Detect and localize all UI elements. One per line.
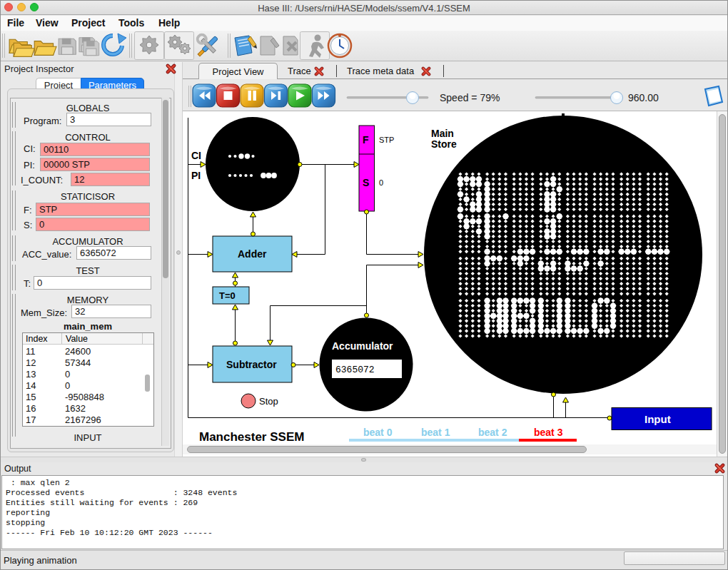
svg-text:Store: Store (431, 138, 457, 150)
svg-text:0: 0 (379, 178, 383, 187)
svg-text:beat 0: beat 0 (363, 427, 393, 438)
svg-text:S: S (363, 177, 369, 188)
svg-text:Input: Input (644, 413, 671, 425)
svg-text:beat 2: beat 2 (478, 427, 507, 438)
svg-text:PI: PI (191, 170, 201, 181)
svg-text:Stop: Stop (259, 396, 278, 407)
svg-text:Main: Main (431, 128, 454, 139)
svg-text:Speed = 79%: Speed = 79% (440, 92, 500, 103)
svg-text:beat 3: beat 3 (534, 427, 563, 438)
svg-text:6365072: 6365072 (335, 365, 375, 375)
svg-text:Adder: Adder (238, 248, 267, 260)
svg-text:Subtractor: Subtractor (226, 359, 277, 370)
svg-text:Manchester SSEM: Manchester SSEM (199, 430, 304, 444)
svg-text:Accumulator: Accumulator (332, 340, 393, 352)
svg-text:CI: CI (191, 150, 201, 161)
svg-text:T=0: T=0 (219, 290, 236, 301)
svg-text:960.00: 960.00 (628, 92, 659, 103)
svg-text:beat 1: beat 1 (421, 427, 450, 438)
svg-text:F: F (363, 134, 369, 146)
svg-text:STP: STP (379, 136, 394, 144)
